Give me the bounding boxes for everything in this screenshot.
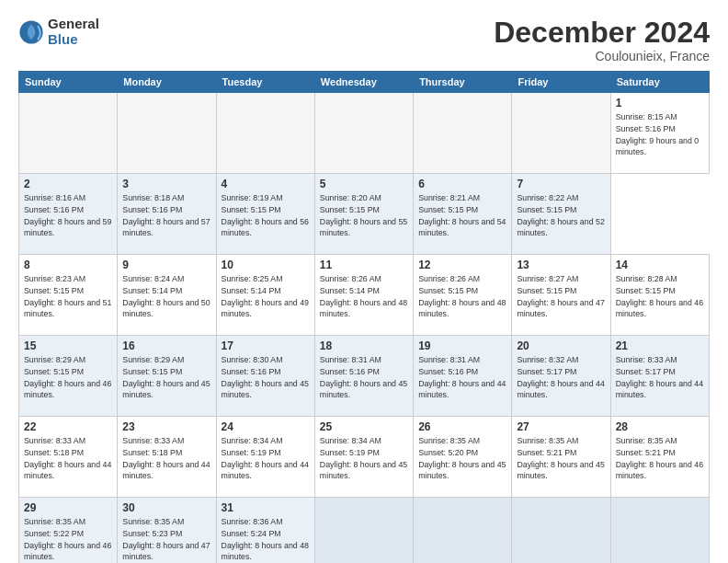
day-number: 10 — [222, 259, 310, 271]
day-info: Sunrise: 8:34 AMSunset: 5:19 PMDaylight:… — [320, 435, 408, 482]
calendar-cell: 4Sunrise: 8:19 AMSunset: 5:15 PMDaylight… — [216, 174, 314, 255]
week-row-1: 1Sunrise: 8:15 AMSunset: 5:16 PMDaylight… — [19, 93, 710, 174]
col-thursday: Thursday — [414, 72, 512, 93]
week-row-3: 8Sunrise: 8:23 AMSunset: 5:15 PMDaylight… — [19, 255, 710, 336]
calendar-cell: 7Sunrise: 8:22 AMSunset: 5:15 PMDaylight… — [512, 174, 610, 255]
day-info: Sunrise: 8:18 AMSunset: 5:16 PMDaylight:… — [122, 192, 210, 239]
calendar-cell: 15Sunrise: 8:29 AMSunset: 5:15 PMDayligh… — [19, 336, 118, 417]
col-sunday: Sunday — [19, 72, 118, 93]
day-number: 26 — [418, 420, 506, 433]
day-number: 3 — [122, 178, 210, 190]
day-number: 31 — [222, 501, 310, 514]
calendar-cell — [512, 498, 610, 563]
day-info: Sunrise: 8:33 AMSunset: 5:17 PMDaylight:… — [616, 354, 704, 401]
calendar-cell — [314, 498, 413, 563]
day-number: 5 — [320, 178, 408, 190]
day-info: Sunrise: 8:29 AMSunset: 5:15 PMDaylight:… — [122, 354, 210, 401]
day-number: 17 — [222, 339, 310, 352]
calendar-cell: 31Sunrise: 8:36 AMSunset: 5:24 PMDayligh… — [216, 498, 314, 563]
calendar-cell: 18Sunrise: 8:31 AMSunset: 5:16 PMDayligh… — [314, 336, 413, 417]
day-number: 7 — [517, 178, 605, 190]
day-number: 15 — [24, 339, 112, 352]
logo: General Blue — [18, 17, 99, 47]
calendar-cell — [610, 498, 709, 563]
day-number: 22 — [24, 420, 112, 433]
calendar-cell: 16Sunrise: 8:29 AMSunset: 5:15 PMDayligh… — [118, 336, 216, 417]
day-number: 14 — [616, 259, 704, 271]
day-info: Sunrise: 8:27 AMSunset: 5:15 PMDaylight:… — [517, 273, 605, 320]
calendar-cell: 5Sunrise: 8:20 AMSunset: 5:15 PMDaylight… — [314, 174, 413, 255]
col-monday: Monday — [118, 72, 216, 93]
day-info: Sunrise: 8:31 AMSunset: 5:16 PMDaylight:… — [320, 354, 408, 401]
day-info: Sunrise: 8:20 AMSunset: 5:15 PMDaylight:… — [320, 192, 408, 239]
day-info: Sunrise: 8:35 AMSunset: 5:21 PMDaylight:… — [517, 435, 605, 482]
day-info: Sunrise: 8:35 AMSunset: 5:21 PMDaylight:… — [616, 435, 704, 482]
day-info: Sunrise: 8:21 AMSunset: 5:15 PMDaylight:… — [418, 192, 506, 239]
day-info: Sunrise: 8:30 AMSunset: 5:16 PMDaylight:… — [222, 354, 310, 401]
day-number: 25 — [320, 420, 408, 433]
month-title: December 2024 — [494, 17, 710, 49]
location: Coulounieix, France — [494, 49, 710, 63]
calendar-cell: 3Sunrise: 8:18 AMSunset: 5:16 PMDaylight… — [118, 174, 216, 255]
day-number: 27 — [517, 420, 605, 433]
day-info: Sunrise: 8:28 AMSunset: 5:15 PMDaylight:… — [616, 273, 704, 320]
calendar-page: General Blue December 2024 Coulounieix, … — [0, 0, 728, 563]
calendar-cell: 25Sunrise: 8:34 AMSunset: 5:19 PMDayligh… — [314, 417, 413, 498]
day-number: 12 — [418, 259, 506, 271]
logo-text: General Blue — [48, 17, 99, 47]
day-number: 23 — [122, 420, 210, 433]
day-info: Sunrise: 8:26 AMSunset: 5:14 PMDaylight:… — [320, 273, 408, 320]
day-info: Sunrise: 8:34 AMSunset: 5:19 PMDaylight:… — [222, 435, 310, 482]
day-number: 4 — [222, 178, 310, 190]
calendar-cell: 14Sunrise: 8:28 AMSunset: 5:15 PMDayligh… — [610, 255, 709, 336]
day-number: 18 — [320, 339, 408, 352]
calendar-cell: 29Sunrise: 8:35 AMSunset: 5:22 PMDayligh… — [19, 498, 118, 563]
day-info: Sunrise: 8:26 AMSunset: 5:15 PMDaylight:… — [418, 273, 506, 320]
calendar-cell: 27Sunrise: 8:35 AMSunset: 5:21 PMDayligh… — [512, 417, 610, 498]
day-info: Sunrise: 8:33 AMSunset: 5:18 PMDaylight:… — [24, 435, 112, 482]
day-info: Sunrise: 8:22 AMSunset: 5:15 PMDaylight:… — [517, 192, 605, 239]
calendar-cell — [414, 93, 512, 174]
day-info: Sunrise: 8:35 AMSunset: 5:22 PMDaylight:… — [24, 516, 112, 563]
day-info: Sunrise: 8:15 AMSunset: 5:16 PMDaylight:… — [616, 111, 704, 158]
calendar-cell: 2Sunrise: 8:16 AMSunset: 5:16 PMDaylight… — [19, 174, 118, 255]
calendar-cell: 9Sunrise: 8:24 AMSunset: 5:14 PMDaylight… — [118, 255, 216, 336]
day-number: 9 — [122, 259, 210, 271]
logo-icon — [18, 19, 44, 45]
calendar-cell: 11Sunrise: 8:26 AMSunset: 5:14 PMDayligh… — [314, 255, 413, 336]
header: General Blue December 2024 Coulounieix, … — [18, 17, 710, 63]
col-friday: Friday — [512, 72, 610, 93]
day-number: 19 — [418, 339, 506, 352]
logo-general: General — [48, 17, 99, 32]
calendar-cell: 13Sunrise: 8:27 AMSunset: 5:15 PMDayligh… — [512, 255, 610, 336]
calendar-cell: 6Sunrise: 8:21 AMSunset: 5:15 PMDaylight… — [414, 174, 512, 255]
calendar-cell: 23Sunrise: 8:33 AMSunset: 5:18 PMDayligh… — [118, 417, 216, 498]
calendar-cell — [314, 93, 413, 174]
day-number: 6 — [418, 178, 506, 190]
week-row-5: 22Sunrise: 8:33 AMSunset: 5:18 PMDayligh… — [19, 417, 710, 498]
calendar-cell: 1Sunrise: 8:15 AMSunset: 5:16 PMDaylight… — [610, 93, 709, 174]
day-info: Sunrise: 8:32 AMSunset: 5:17 PMDaylight:… — [517, 354, 605, 401]
day-info: Sunrise: 8:16 AMSunset: 5:16 PMDaylight:… — [24, 192, 112, 239]
day-number: 20 — [517, 339, 605, 352]
calendar-table: Sunday Monday Tuesday Wednesday Thursday… — [18, 71, 710, 563]
col-tuesday: Tuesday — [216, 72, 314, 93]
calendar-cell: 20Sunrise: 8:32 AMSunset: 5:17 PMDayligh… — [512, 336, 610, 417]
title-block: December 2024 Coulounieix, France — [494, 17, 710, 63]
week-row-6: 29Sunrise: 8:35 AMSunset: 5:22 PMDayligh… — [19, 498, 710, 563]
col-saturday: Saturday — [610, 72, 709, 93]
day-number: 24 — [222, 420, 310, 433]
calendar-cell: 19Sunrise: 8:31 AMSunset: 5:16 PMDayligh… — [414, 336, 512, 417]
day-info: Sunrise: 8:35 AMSunset: 5:23 PMDaylight:… — [122, 516, 210, 563]
day-info: Sunrise: 8:35 AMSunset: 5:20 PMDaylight:… — [418, 435, 506, 482]
calendar-cell: 22Sunrise: 8:33 AMSunset: 5:18 PMDayligh… — [19, 417, 118, 498]
calendar-cell: 10Sunrise: 8:25 AMSunset: 5:14 PMDayligh… — [216, 255, 314, 336]
calendar-cell: 26Sunrise: 8:35 AMSunset: 5:20 PMDayligh… — [414, 417, 512, 498]
week-row-4: 15Sunrise: 8:29 AMSunset: 5:15 PMDayligh… — [19, 336, 710, 417]
day-number: 29 — [24, 501, 112, 514]
day-info: Sunrise: 8:29 AMSunset: 5:15 PMDaylight:… — [24, 354, 112, 401]
day-number: 21 — [616, 339, 704, 352]
calendar-cell — [118, 93, 216, 174]
day-number: 16 — [122, 339, 210, 352]
day-number: 28 — [616, 420, 704, 433]
